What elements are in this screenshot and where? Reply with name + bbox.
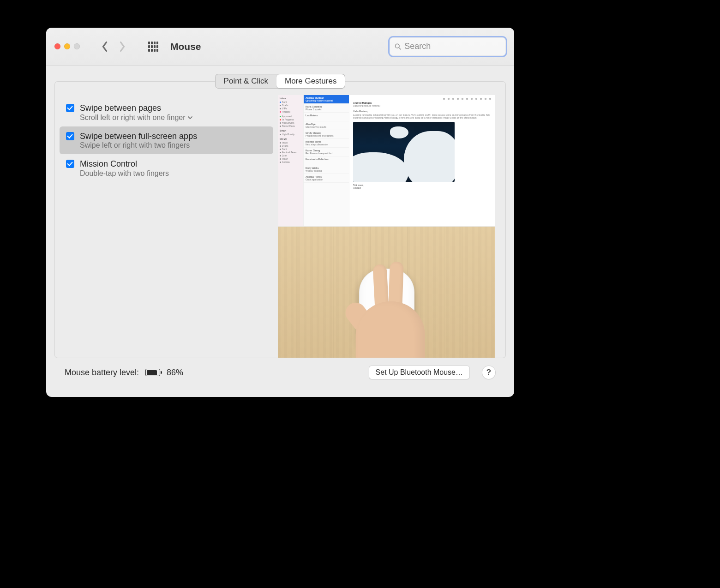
tab-bar: Point & Click More Gestures: [215, 74, 346, 89]
forward-button: [117, 41, 128, 52]
search-icon: [394, 42, 402, 51]
tab-more-gestures[interactable]: More Gestures: [276, 74, 345, 88]
checkbox-swipe-pages[interactable]: [66, 104, 74, 112]
gesture-title: Swipe between full-screen apps: [80, 131, 197, 142]
footer: Mouse battery level: 86% Set Up Bluetoot…: [54, 358, 506, 389]
minimize-icon[interactable]: [64, 43, 70, 49]
search-field[interactable]: [390, 37, 506, 56]
zoom-icon: [74, 43, 80, 49]
close-icon[interactable]: [54, 43, 60, 49]
gesture-swipe-pages[interactable]: Swipe between pages Scroll left or right…: [60, 98, 273, 126]
content: Point & Click More Gestures Swipe betwee…: [46, 66, 514, 397]
gesture-title: Swipe between pages: [80, 103, 193, 114]
gesture-preview: Inbox Sent Drafts VIPs Flagged Approved …: [278, 95, 505, 358]
gesture-swipe-fullscreen[interactable]: Swipe between full-screen apps Swipe lef…: [60, 126, 273, 155]
page-title: Mouse: [170, 41, 201, 52]
checkbox-mission-control[interactable]: [66, 160, 74, 168]
chevron-down-icon: [187, 115, 193, 120]
gesture-title: Mission Control: [80, 159, 169, 169]
search-input[interactable]: [404, 42, 501, 51]
tab-point-and-click[interactable]: Point & Click: [216, 74, 276, 88]
window-controls: [54, 43, 80, 49]
preview-video: [278, 227, 495, 358]
battery-icon: [145, 369, 160, 376]
checkbox-swipe-fullscreen[interactable]: [66, 132, 74, 140]
show-all-icon[interactable]: [148, 42, 158, 52]
battery-percent: 86%: [167, 368, 183, 378]
battery-label: Mouse battery level:: [65, 368, 139, 378]
gesture-mission-control[interactable]: Mission Control Double-tap with two fing…: [60, 154, 273, 182]
hand-icon: [346, 269, 434, 358]
help-button[interactable]: ?: [482, 366, 496, 379]
gesture-subtitle: Swipe left or right with two fingers: [80, 141, 197, 150]
titlebar: Mouse: [46, 28, 514, 66]
setup-bluetooth-button[interactable]: Set Up Bluetooth Mouse…: [369, 366, 470, 379]
svg-line-1: [399, 48, 401, 49]
gesture-subtitle: Double-tap with two fingers: [80, 169, 169, 178]
preview-screenshot: Inbox Sent Drafts VIPs Flagged Approved …: [278, 95, 495, 227]
back-button[interactable]: [99, 41, 110, 52]
gesture-subtitle[interactable]: Scroll left or right with one finger: [80, 114, 193, 122]
gestures-panel: Swipe between pages Scroll left or right…: [54, 81, 506, 358]
gesture-list: Swipe between pages Scroll left or right…: [55, 95, 278, 358]
preferences-window: Mouse Point & Click More Gestures Swipe …: [46, 28, 514, 397]
